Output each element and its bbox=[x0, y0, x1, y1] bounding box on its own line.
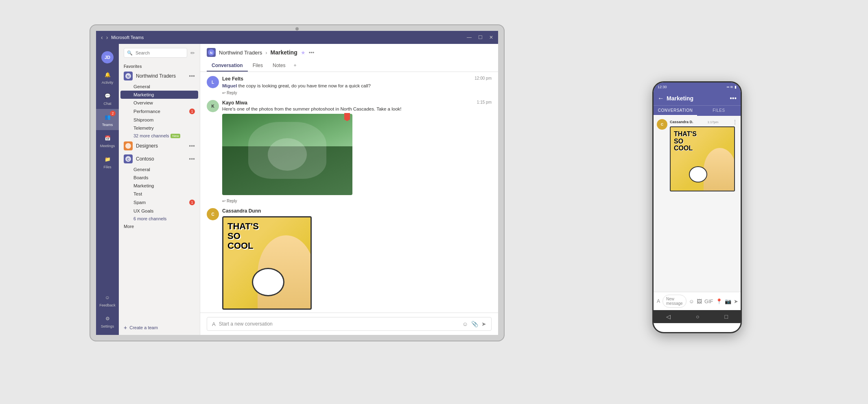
phone-location-icon[interactable]: 📍 bbox=[716, 298, 722, 304]
send-icon[interactable]: ➤ bbox=[481, 321, 486, 327]
scene: ‹ › Microsoft Teams — ☐ ✕ bbox=[0, 0, 868, 404]
org-name: Northwind Traders bbox=[219, 50, 262, 56]
channel-item-overview[interactable]: Overview bbox=[119, 99, 200, 107]
phone-tab-files[interactable]: FILES bbox=[697, 106, 741, 116]
more-link[interactable]: More bbox=[119, 222, 200, 230]
phone-send-icon[interactable]: ➤ bbox=[734, 298, 738, 304]
phone-nav-home-icon[interactable]: ○ bbox=[696, 313, 699, 320]
phone-nav-recents-icon[interactable]: □ bbox=[725, 313, 728, 320]
sidebar-item-teams[interactable]: 👥 Teams 2 bbox=[96, 109, 119, 130]
northwind-more-label: 32 more channels bbox=[133, 133, 169, 138]
phone-message-content-cassandra: Cassandra D. 1:17pm ⋮ THAT'SSOCOOL bbox=[670, 119, 737, 191]
favorite-star-icon[interactable]: ★ bbox=[301, 50, 306, 56]
app-container: ‹ › Microsoft Teams — ☐ ✕ bbox=[96, 31, 498, 335]
tab-files[interactable]: Files bbox=[248, 60, 268, 72]
northwind-more-channels[interactable]: 32 more channels New bbox=[119, 132, 200, 139]
phone-signal-icons: ▪▪ ≋ ▮ bbox=[727, 85, 737, 89]
message-text-lee: Miguel the copy is looking great, do you… bbox=[222, 83, 492, 89]
phone-sender-row: Cassandra D. 1:17pm ⋮ bbox=[670, 119, 737, 125]
format-icon[interactable]: A bbox=[212, 321, 216, 327]
phone-gif-icon[interactable]: GIF bbox=[704, 298, 713, 304]
channel-item-telemetry[interactable]: Telemetry bbox=[119, 124, 200, 132]
contoso-more-channels[interactable]: 6 more channels bbox=[119, 215, 200, 222]
phone-meme-bubble bbox=[689, 166, 707, 182]
channel-item-general-c[interactable]: General bbox=[119, 165, 200, 174]
message-group-cassandra: C Cassandra Dunn THAT'SSOCOOL bbox=[207, 208, 492, 310]
phone-meme-image: THAT'SSOCOOL bbox=[670, 126, 735, 191]
phone-time: 12:30 bbox=[658, 85, 667, 89]
general-nw-label: General bbox=[133, 84, 150, 89]
phone-tab-conversation[interactable]: CONVERSATION bbox=[654, 106, 697, 116]
team-item-northwind[interactable]: N Northwind Traders ••• bbox=[119, 70, 200, 83]
reply-button-lee[interactable]: ↩ Reply bbox=[222, 91, 492, 95]
teams-panel: 🔍 ✏ Favorites bbox=[119, 44, 200, 335]
channel-item-test[interactable]: Test bbox=[119, 190, 200, 198]
designers-menu-icon[interactable]: ••• bbox=[189, 143, 195, 149]
reply-button-kayo[interactable]: ↩ Reply bbox=[222, 199, 492, 203]
compose-icon[interactable]: ✏ bbox=[190, 50, 195, 56]
channel-item-spam[interactable]: Spam 1 bbox=[119, 198, 200, 207]
channel-item-performance[interactable]: Performance 1 bbox=[119, 107, 200, 116]
tab-add-button[interactable]: + bbox=[290, 60, 300, 72]
laptop-body: ‹ › Microsoft Teams — ☐ ✕ bbox=[90, 24, 505, 341]
message-avatar-lee: L bbox=[207, 76, 219, 88]
meme-bubble bbox=[252, 268, 284, 296]
phone-more-options-icon[interactable]: ••• bbox=[730, 95, 737, 102]
phone-image-icon[interactable]: 🖼 bbox=[697, 298, 702, 304]
message-input-box[interactable]: A Start a new conversation ☺ 📎 ➤ bbox=[207, 317, 492, 331]
phone-message-more-icon[interactable]: ⋮ bbox=[732, 119, 737, 125]
sidebar-item-feedback[interactable]: ☺ Feedback bbox=[96, 289, 119, 311]
telemetry-label: Telemetry bbox=[133, 126, 154, 130]
channel-item-marketing-c[interactable]: Marketing bbox=[119, 182, 200, 190]
messages-area: L Lee Felts Miguel the copy is looking g… bbox=[200, 72, 498, 313]
path-separator: › bbox=[265, 50, 267, 56]
sidebar-item-activity[interactable]: 🔔 Activity bbox=[96, 67, 119, 88]
sidebar-item-meetings[interactable]: 📅 Meetings bbox=[96, 130, 119, 151]
phone-format-icon[interactable]: A bbox=[657, 298, 660, 304]
tab-notes[interactable]: Notes bbox=[268, 60, 290, 72]
feedback-label: Feedback bbox=[99, 303, 116, 307]
phone-emoji-icon[interactable]: ☺ bbox=[689, 298, 694, 304]
sidebar-item-settings[interactable]: ⚙ Settings bbox=[96, 311, 119, 332]
reply-icon-kayo: ↩ bbox=[222, 199, 225, 203]
create-team-button[interactable]: + Create a team bbox=[119, 320, 200, 335]
sidebar-item-chat[interactable]: 💬 Chat bbox=[96, 88, 119, 109]
favorites-label: Favorites bbox=[119, 62, 200, 70]
channel-item-general-nw[interactable]: General bbox=[119, 83, 200, 91]
channel-item-marketing-nw[interactable]: Marketing bbox=[120, 91, 198, 99]
close-button[interactable]: ✕ bbox=[489, 35, 493, 40]
feedback-icon: ☺ bbox=[103, 293, 112, 302]
overview-label: Overview bbox=[133, 100, 153, 105]
svg-text:N: N bbox=[210, 51, 213, 55]
message-input-placeholder[interactable]: Start a new conversation bbox=[219, 321, 459, 327]
activity-label: Activity bbox=[102, 80, 114, 85]
designers-name: Designers bbox=[136, 143, 189, 149]
phone-back-button[interactable]: ← bbox=[658, 95, 664, 102]
search-bar: 🔍 bbox=[124, 48, 187, 58]
channel-item-boards[interactable]: Boards bbox=[119, 174, 200, 182]
attach-icon[interactable]: 📎 bbox=[471, 321, 478, 327]
team-item-contoso[interactable]: C Contoso ••• bbox=[119, 152, 200, 165]
channel-more-options-icon[interactable]: ••• bbox=[309, 50, 315, 56]
nav-back-button[interactable]: ‹ bbox=[101, 34, 103, 41]
tab-conversation[interactable]: Conversation bbox=[207, 60, 248, 72]
message-content-kayo: Kayo Miwa Here's one of the photos from … bbox=[222, 100, 492, 203]
chat-label: Chat bbox=[103, 102, 111, 106]
message-content-lee: Lee Felts Miguel the copy is looking gre… bbox=[222, 76, 492, 95]
northwind-menu-icon[interactable]: ••• bbox=[189, 73, 195, 79]
team-item-designers[interactable]: Designers ••• bbox=[119, 139, 200, 152]
contoso-menu-icon[interactable]: ••• bbox=[189, 156, 195, 162]
channel-item-shiproom[interactable]: Shiproom bbox=[119, 116, 200, 124]
phone-nav-back-icon[interactable]: ◁ bbox=[666, 313, 671, 320]
minimize-button[interactable]: — bbox=[467, 35, 472, 40]
activity-bar-avatar[interactable]: JD bbox=[96, 48, 119, 67]
nav-forward-button[interactable]: › bbox=[106, 34, 108, 41]
phone-message-input[interactable]: New message bbox=[662, 295, 687, 308]
phone-tabs: CONVERSATION FILES bbox=[654, 105, 741, 116]
search-input[interactable] bbox=[124, 48, 187, 58]
emoji-icon[interactable]: ☺ bbox=[462, 321, 468, 327]
phone-camera-icon[interactable]: 📷 bbox=[725, 298, 731, 304]
channel-item-uxgoals[interactable]: UX Goals bbox=[119, 207, 200, 215]
maximize-button[interactable]: ☐ bbox=[478, 35, 483, 40]
sidebar-item-files[interactable]: 📁 Files bbox=[96, 151, 119, 172]
